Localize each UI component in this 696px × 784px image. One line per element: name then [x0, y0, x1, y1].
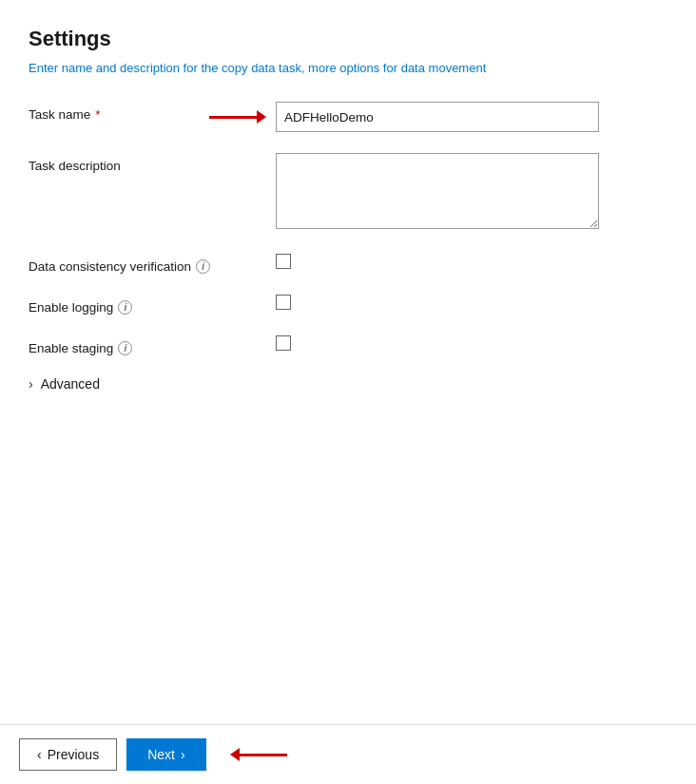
- advanced-section[interactable]: › Advanced: [29, 376, 667, 392]
- chevron-right-icon: ›: [29, 376, 33, 392]
- enable-staging-checkbox-wrapper: [276, 335, 291, 351]
- enable-logging-label: Enable logging i: [29, 295, 276, 315]
- subtitle: Enter name and description for the copy …: [29, 61, 667, 75]
- data-consistency-info-icon[interactable]: i: [196, 259, 210, 274]
- enable-logging-row: Enable logging i: [29, 295, 667, 315]
- main-content: Settings Enter name and description for …: [0, 0, 696, 724]
- enable-logging-checkbox[interactable]: [276, 295, 291, 310]
- next-button[interactable]: Next ›: [126, 738, 205, 771]
- task-name-row: Task name *: [29, 102, 667, 132]
- enable-logging-checkbox-wrapper: [276, 295, 291, 310]
- enable-staging-label: Enable staging i: [29, 335, 276, 355]
- previous-chevron-icon: ‹: [37, 747, 42, 762]
- enable-logging-info-icon[interactable]: i: [118, 300, 132, 315]
- data-consistency-row: Data consistency verification i: [29, 254, 667, 274]
- next-chevron-icon: ›: [181, 747, 185, 762]
- next-arrow-head: [230, 748, 240, 761]
- enable-staging-info-icon[interactable]: i: [118, 341, 132, 355]
- advanced-label: Advanced: [41, 376, 100, 392]
- required-indicator: *: [95, 107, 100, 122]
- task-name-input-row: [276, 102, 667, 132]
- previous-button[interactable]: ‹ Previous: [19, 738, 117, 771]
- footer: ‹ Previous Next ›: [0, 724, 696, 784]
- arrow-head: [257, 110, 266, 124]
- task-description-row: Task description: [29, 153, 667, 233]
- task-description-label: Task description: [29, 153, 276, 173]
- next-arrow-shaft: [240, 754, 287, 756]
- task-description-field-wrapper: [276, 153, 667, 233]
- enable-staging-checkbox[interactable]: [276, 335, 291, 351]
- next-label: Next: [147, 747, 175, 762]
- arrow-shaft: [209, 116, 257, 119]
- previous-label: Previous: [48, 747, 99, 762]
- data-consistency-checkbox-wrapper: [276, 254, 291, 269]
- data-consistency-label: Data consistency verification i: [29, 254, 276, 274]
- task-name-field-wrapper: [276, 102, 667, 132]
- task-description-input[interactable]: [276, 153, 599, 229]
- enable-staging-row: Enable staging i: [29, 335, 667, 355]
- next-arrow-indicator: [230, 748, 287, 761]
- task-name-input[interactable]: [276, 102, 599, 132]
- data-consistency-checkbox[interactable]: [276, 254, 291, 269]
- page-title: Settings: [29, 27, 667, 51]
- task-name-arrow: [209, 110, 266, 124]
